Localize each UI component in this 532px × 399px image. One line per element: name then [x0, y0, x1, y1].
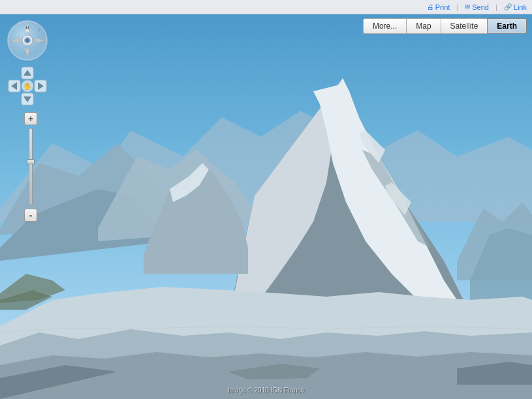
watermark: Image © 2010 IGN France: [228, 387, 304, 394]
zoom-slider[interactable]: [29, 128, 33, 206]
send-icon: ✉: [465, 3, 470, 10]
watermark-text: Image © 2010 IGN France: [228, 387, 304, 394]
nav-controls: N z: [7, 20, 48, 222]
link-label[interactable]: Link: [514, 3, 527, 11]
earth-button[interactable]: Earth: [487, 18, 527, 34]
separator-1: |: [456, 3, 458, 11]
send-action[interactable]: ✉ Send: [465, 3, 489, 11]
top-bar: 🖨 Print | ✉ Send | 🔗 Link: [0, 0, 532, 14]
zoom-in-button[interactable]: +: [24, 112, 37, 125]
send-label[interactable]: Send: [472, 3, 489, 11]
svg-text:z: z: [38, 27, 40, 32]
print-icon: 🖨: [427, 3, 433, 10]
svg-text:✋: ✋: [23, 81, 32, 91]
compass-rose[interactable]: N z: [7, 20, 48, 61]
link-icon: 🔗: [504, 3, 512, 10]
separator-2: |: [495, 3, 497, 11]
svg-point-33: [25, 38, 29, 42]
zoom-slider-handle[interactable]: [27, 159, 35, 164]
satellite-button[interactable]: Satellite: [441, 18, 488, 34]
svg-rect-24: [0, 0, 532, 399]
more-button[interactable]: More...: [363, 18, 407, 34]
map-button[interactable]: Map: [406, 18, 441, 34]
svg-text:N: N: [25, 25, 29, 30]
map-canvas: [0, 0, 532, 399]
map-type-bar: More... Map Satellite Earth: [364, 18, 527, 34]
print-label[interactable]: Print: [435, 3, 450, 11]
print-action[interactable]: 🖨 Print: [427, 3, 450, 11]
link-action[interactable]: 🔗 Link: [504, 3, 527, 11]
zoom-out-button[interactable]: -: [24, 209, 37, 222]
pan-control[interactable]: ✋: [8, 66, 47, 106]
zoom-control: + -: [13, 112, 48, 222]
mountain-scene-svg: [0, 0, 532, 399]
